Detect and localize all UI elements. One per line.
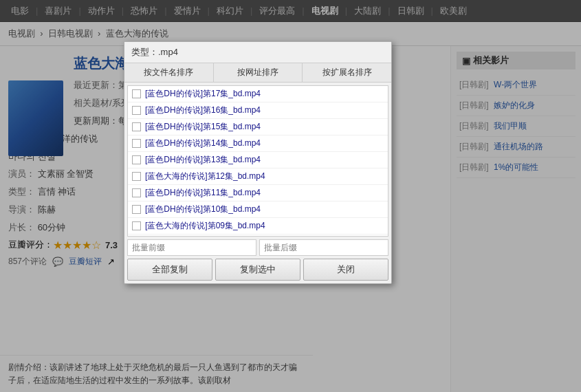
file-name: [蓝色DH的传说]第13集_bd.mp4 (145, 154, 261, 166)
sort-by-url-button[interactable]: 按网址排序 (214, 63, 303, 82)
modal-type-bar: 类型：.mp4 (124, 42, 391, 63)
file-name: [蓝色DH的传说]第17集_bd.mp4 (145, 88, 261, 100)
file-checkbox[interactable] (132, 155, 141, 164)
batch-row (127, 239, 388, 256)
file-name: [蓝色DH的传说]第11集_bd.mp4 (145, 187, 261, 199)
file-name: [蓝色大海的传说]第09集_bd.mp4 (145, 220, 265, 232)
file-checkbox[interactable] (132, 122, 141, 131)
file-item[interactable]: [蓝色DH的传说]第11集_bd.mp4 (128, 185, 388, 202)
file-item[interactable]: [蓝色DH的传说]第14集_bd.mp4 (128, 135, 388, 152)
modal-overlay[interactable]: 类型：.mp4 按文件名排序 按网址排序 按扩展名排序 [蓝色DH的传说]第17… (0, 0, 581, 392)
batch-suffix-input[interactable] (259, 239, 388, 256)
file-name: [蓝色DH的传说]第15集_bd.mp4 (145, 121, 261, 133)
file-name: [蓝色DH的传说]第10集_bd.mp4 (145, 204, 261, 215)
sort-by-filename-button[interactable]: 按文件名排序 (124, 63, 214, 82)
file-checkbox[interactable] (132, 89, 141, 98)
file-checkbox[interactable] (132, 106, 141, 115)
file-name: [蓝色大海的传说]第12集_bd.mp4 (145, 171, 265, 182)
file-checkbox[interactable] (132, 188, 141, 197)
file-name: [蓝色DH的传说]第16集_bd.mp4 (145, 105, 261, 116)
modal-action-buttons: 全部复制 复制选中 关闭 (127, 259, 388, 281)
file-checkbox[interactable] (132, 139, 141, 148)
file-item[interactable]: [蓝色大海的传说]第09集_bd.mp4 (128, 218, 388, 235)
file-item[interactable]: [蓝色DH的传说]第10集_bd.mp4 (128, 202, 388, 218)
batch-prefix-input[interactable] (127, 239, 256, 256)
copy-all-button[interactable]: 全部复制 (127, 259, 212, 281)
file-item[interactable]: [蓝色DH的传说]第13集_bd.mp4 (128, 152, 388, 168)
file-item[interactable]: [蓝色DH的传说]第17集_bd.mp4 (128, 86, 388, 102)
file-item[interactable]: [蓝色DH的传说]第16集_bd.mp4 (128, 102, 388, 119)
file-name: [蓝色DH的传说]第14集_bd.mp4 (145, 138, 261, 149)
file-item[interactable]: [蓝色大海的传说]第12集_bd.mp4 (128, 168, 388, 185)
file-checkbox[interactable] (132, 205, 141, 214)
file-checkbox[interactable] (132, 221, 141, 230)
modal-sort-bar: 按文件名排序 按网址排序 按扩展名排序 (124, 63, 391, 83)
file-modal: 类型：.mp4 按文件名排序 按网址排序 按扩展名排序 [蓝色DH的传说]第17… (124, 41, 392, 284)
close-modal-button[interactable]: 关闭 (303, 259, 388, 281)
file-checkbox[interactable] (132, 172, 141, 181)
file-item[interactable]: [蓝色DH的传说]第15集_bd.mp4 (128, 119, 388, 135)
copy-selected-button[interactable]: 复制选中 (215, 259, 300, 281)
file-item[interactable]: [蓝色DH的传说]第08集_bd.mp4 (128, 235, 388, 237)
file-list[interactable]: [蓝色DH的传说]第17集_bd.mp4 [蓝色DH的传说]第16集_bd.mp… (127, 85, 388, 237)
sort-by-extension-button[interactable]: 按扩展名排序 (303, 63, 391, 82)
modal-type-text: 类型：.mp4 (131, 47, 178, 57)
